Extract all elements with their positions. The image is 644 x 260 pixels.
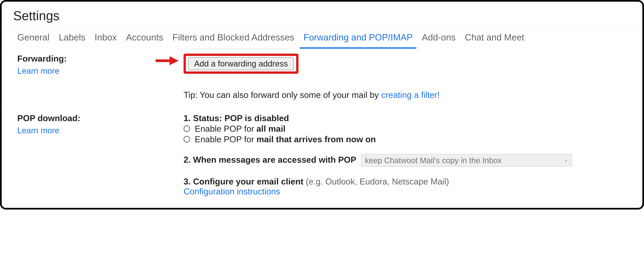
settings-window: Settings General Labels Inbox Accounts F… <box>0 0 644 209</box>
pop-radio2-prefix: Enable POP for <box>195 135 256 144</box>
add-forwarding-highlight: Add a forwarding address <box>184 54 627 74</box>
pop-when-label: 2. When messages are accessed with POP <box>184 155 356 165</box>
radio-icon <box>184 125 190 132</box>
configuration-instructions-link[interactable]: Configuration instructions <box>184 187 280 196</box>
tab-inbox[interactable]: Inbox <box>95 26 117 48</box>
pop-configure-bold: 3. Configure your email client <box>184 177 306 186</box>
pop-status-line: 1. Status: POP is disabled <box>184 113 627 123</box>
pop-configure-row: 3. Configure your email client (e.g. Out… <box>184 177 627 186</box>
tab-general[interactable]: General <box>17 26 50 48</box>
section-forwarding-left: Forwarding: Learn more <box>17 54 184 100</box>
pop-title: POP download: <box>17 113 80 123</box>
section-forwarding: Forwarding: Learn more Add a forwarding … <box>2 48 642 108</box>
pop-status-prefix: 1. Status: <box>184 113 224 123</box>
creating-filter-link[interactable]: creating a filter! <box>381 90 440 100</box>
tab-chat-meet[interactable]: Chat and Meet <box>465 26 524 48</box>
pop-learn-more-link[interactable]: Learn more <box>17 126 80 135</box>
pop-radio1-bold: all mail <box>256 124 286 134</box>
tab-accounts[interactable]: Accounts <box>126 26 163 48</box>
pop-when-select[interactable]: keep Chatwoot Mail's copy in the Inbox <box>361 154 572 167</box>
tabs: General Labels Inbox Accounts Filters an… <box>2 26 642 48</box>
tab-labels[interactable]: Labels <box>59 26 86 48</box>
annotation-arrow <box>67 54 184 66</box>
section-pop-left: POP download: Learn more <box>17 113 184 196</box>
pop-when-select-value: keep Chatwoot Mail's copy in the Inbox <box>365 156 502 165</box>
tab-addons[interactable]: Add-ons <box>422 26 456 48</box>
pop-radio1-label: Enable POP for all mail <box>195 124 286 134</box>
section-pop-right: 1. Status: POP is disabled Enable POP fo… <box>184 113 627 196</box>
forwarding-tip: Tip: You can also forward only some of y… <box>184 90 627 100</box>
svg-marker-1 <box>170 56 178 65</box>
tabs-container: General Labels Inbox Accounts Filters an… <box>2 26 642 48</box>
forwarding-title: Forwarding: <box>17 54 67 64</box>
header: Settings <box>2 2 642 26</box>
tab-filters[interactable]: Filters and Blocked Addresses <box>172 26 294 48</box>
radio-icon <box>184 136 190 143</box>
forwarding-tip-text: Tip: You can also forward only some of y… <box>184 90 381 100</box>
section-forwarding-right: Add a forwarding address Tip: You can al… <box>184 54 627 100</box>
annotation-highlight-box: Add a forwarding address <box>184 54 298 74</box>
pop-radio2-bold: mail that arrives from now on <box>256 135 376 144</box>
pop-radio1-prefix: Enable POP for <box>195 124 256 134</box>
tab-forwarding-pop-imap[interactable]: Forwarding and POP/IMAP <box>304 26 412 48</box>
pop-radio2-label: Enable POP for mail that arrives from no… <box>195 134 376 144</box>
section-pop-download: POP download: Learn more 1. Status: POP … <box>2 108 642 208</box>
pop-enable-now-on-radio[interactable]: Enable POP for mail that arrives from no… <box>184 134 627 144</box>
add-forwarding-address-button[interactable]: Add a forwarding address <box>188 57 294 70</box>
pop-configure-rest: (e.g. Outlook, Eudora, Netscape Mail) <box>306 177 449 186</box>
arrow-icon <box>156 55 178 66</box>
page-title: Settings <box>13 8 631 23</box>
chevron-down-icon <box>564 156 568 165</box>
pop-enable-all-radio[interactable]: Enable POP for all mail <box>184 124 627 134</box>
forwarding-learn-more-link[interactable]: Learn more <box>17 66 67 76</box>
pop-when-accessed-row: 2. When messages are accessed with POP k… <box>184 154 627 167</box>
pop-configure-link-row: Configuration instructions <box>184 186 627 196</box>
pop-status-value: POP is disabled <box>224 113 289 123</box>
